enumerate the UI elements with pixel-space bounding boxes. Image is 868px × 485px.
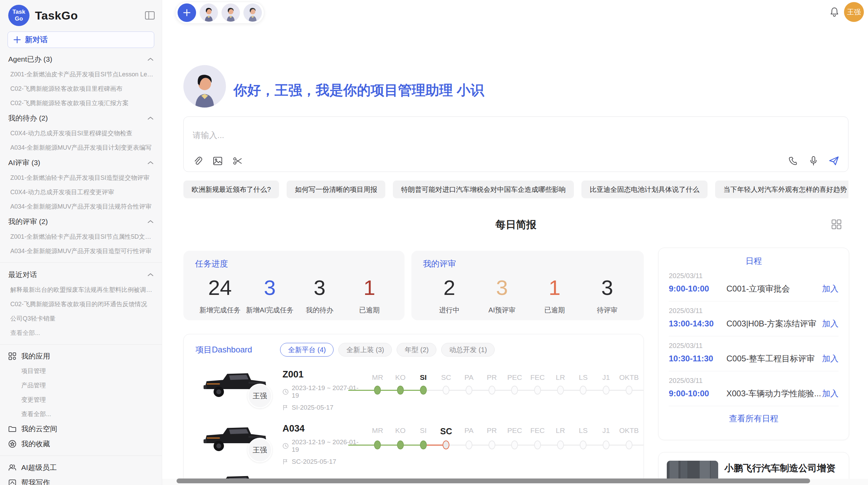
milestone-dot: [534, 440, 541, 449]
sidebar-item-cloud-space[interactable]: 我的云空间: [0, 421, 162, 436]
sidebar-item-my-apps[interactable]: 我的应用: [0, 349, 162, 364]
milestone-label: PEC: [507, 373, 522, 381]
microphone-icon[interactable]: [808, 156, 819, 166]
section-agent-done[interactable]: Agent已办 (3): [0, 51, 162, 67]
tab-new-platform[interactable]: 全新平台 (4): [280, 343, 334, 357]
event-time: 10:30-11:30: [669, 354, 726, 363]
recent-view-all[interactable]: 查看全部...: [0, 326, 162, 340]
chevron-up-icon: [147, 58, 154, 61]
new-chat-button[interactable]: 新对话: [8, 32, 154, 48]
section-title: 最近对话: [8, 270, 37, 279]
apps-view-all[interactable]: 查看全部...: [0, 407, 162, 421]
section-recent-chats[interactable]: 最近对话: [0, 267, 162, 283]
paperclip-icon[interactable]: [193, 156, 203, 166]
recent-chat-item[interactable]: C02-飞腾新能源轻客改款项目的闭环通告反馈情况: [0, 297, 162, 311]
suggestion-chip[interactable]: 比亚迪全固态电池计划具体说了什么: [581, 181, 708, 198]
sidebar-item[interactable]: A034-全新新能源MUV产品开发项目计划变更表编写: [0, 140, 162, 155]
project-row-a034[interactable]: 王强 A034 2023-12-19 ~ 2026-01-19 SC-2025-…: [184, 411, 643, 465]
sidebar-item[interactable]: Z001-全新燃油皮卡产品开发项目SI节点Lesson Learn报告: [0, 67, 162, 82]
schedule-card: 日程 2025/03/11 9:00-10:00 C001-立项审批会 加入 2…: [658, 248, 849, 440]
scissors-icon[interactable]: [232, 156, 243, 166]
input-send-tools: [788, 156, 839, 166]
plus-icon: [183, 9, 191, 17]
recent-chat-item[interactable]: 解释最新出台的欧盟报废车法规再生塑料比例被调至15%...: [0, 283, 162, 297]
chat-input[interactable]: [193, 126, 741, 145]
notification-bell-icon[interactable]: [829, 7, 840, 18]
milestone-dot: [511, 440, 518, 449]
session-avatar-2[interactable]: [221, 3, 240, 22]
stat-overdue: 1 已逾期: [345, 272, 394, 315]
milestone-label: FEC: [530, 426, 545, 434]
recent-chat-item[interactable]: 公司Q3轻卡销量: [0, 311, 162, 326]
milestone-label: MR: [372, 426, 383, 434]
stat-value: 3: [295, 272, 345, 303]
apps-grid-icon: [8, 352, 16, 360]
sidebar-item-change-mgmt[interactable]: 变更管理: [0, 393, 162, 407]
project-period: 2023-12-19 ~ 2027-01-19: [282, 384, 364, 399]
suggestion-chip[interactable]: 当下年轻人对汽车外观有怎样的喜好趋势: [715, 181, 848, 198]
section-my-todo[interactable]: 我的待办 (2): [0, 110, 162, 126]
phone-call-icon[interactable]: [788, 156, 798, 166]
suggestion-chip[interactable]: 特朗普可能对进口汽车增税会对中国车企造成哪些影响: [393, 181, 574, 198]
milestone-dot: [374, 440, 381, 449]
stat-value: 1: [528, 272, 581, 303]
join-button[interactable]: 加入: [822, 318, 839, 329]
sidebar-item[interactable]: C0X4-动力总成开发项目SI里程碑提交物检查: [0, 126, 162, 140]
sidebar-item[interactable]: A034-全新新能源MUV产品开发项目造型可行性评审: [0, 244, 162, 258]
event-name: C003|H0B-方案冻结评审: [726, 318, 822, 329]
divider: [0, 262, 162, 263]
sidebar-item-favorites[interactable]: 我的收藏: [0, 436, 162, 451]
add-session-button[interactable]: [178, 3, 196, 22]
project-period: 2023-12-19 ~ 2026-01-19: [282, 438, 364, 453]
sidebar-item[interactable]: Z001-全新燃油轻卡产品开发项目SI造型提交物评审: [0, 171, 162, 185]
tab-year-model[interactable]: 年型 (2): [397, 343, 436, 357]
divider: [0, 344, 162, 345]
join-button[interactable]: 加入: [822, 353, 839, 364]
sidebar-collapse-icon[interactable]: [145, 10, 155, 21]
milestone-label: FEC: [530, 373, 545, 381]
horizontal-scrollbar[interactable]: [177, 478, 810, 483]
project-row-z001[interactable]: 王强 Z001 2023-12-19 ~ 2027-01-19 SI-2025-…: [184, 357, 643, 411]
join-button[interactable]: 加入: [822, 388, 839, 399]
sidebar-item[interactable]: A034-全新新能源MUV产品开发项目法规符合性评审: [0, 199, 162, 214]
milestone-dot: [420, 440, 427, 449]
sidebar-item[interactable]: Z001-全新燃油轻卡产品开发项目SI节点属性5D文件评审: [0, 229, 162, 244]
owner-name: 王强: [253, 445, 267, 455]
event-date: 2025/03/11: [669, 377, 839, 385]
section-my-review[interactable]: 我的评审 (2): [0, 214, 162, 229]
plus-icon: [13, 36, 21, 43]
sidebar-item[interactable]: C0X4-动力总成开发项目工程变更评审: [0, 185, 162, 199]
sidebar-item[interactable]: C02-飞腾新能源轻客改款项目里程碑画布: [0, 82, 162, 96]
tab-new-body[interactable]: 全新上装 (3): [338, 343, 392, 357]
join-button[interactable]: 加入: [822, 283, 839, 294]
tab-powertrain[interactable]: 动总开发 (1): [441, 343, 495, 357]
view-all-schedule-link[interactable]: 查看所有日程: [669, 406, 839, 431]
session-avatar-3[interactable]: [243, 3, 262, 22]
my-apps-label: 我的应用: [21, 351, 50, 361]
session-avatar-1[interactable]: [200, 3, 218, 22]
milestone-dot: [603, 386, 610, 395]
send-icon[interactable]: [829, 156, 839, 166]
new-chat-label: 新对话: [25, 35, 48, 45]
logo-line-2: Go: [15, 15, 23, 22]
chevron-up-icon: [147, 220, 154, 223]
assistant-avatar: [183, 65, 226, 108]
sidebar-item-project-mgmt[interactable]: 项目管理: [0, 364, 162, 378]
layout-grid-icon[interactable]: [831, 219, 842, 229]
user-avatar[interactable]: 王强: [844, 2, 864, 22]
logo-row: Task Go TaskGo: [0, 4, 162, 27]
milestone-dot: [443, 386, 449, 395]
image-icon[interactable]: [213, 156, 223, 166]
sidebar-item-ai-staff[interactable]: AI超级员工: [0, 460, 162, 475]
event-name: C005-整车工程目标评审: [726, 353, 822, 364]
milestone-dot: [466, 386, 472, 395]
section-ai-review[interactable]: AI评审 (3): [0, 155, 162, 171]
milestone-label-current: SC: [440, 426, 452, 436]
sidebar-item-product-mgmt[interactable]: 产品管理: [0, 378, 162, 393]
sidebar-item[interactable]: C02-飞腾新能源轻客改款项目立项汇报方案: [0, 96, 162, 110]
folder-icon: [8, 425, 16, 433]
suggestion-chip[interactable]: 欧洲新规最近颁布了什么?: [183, 181, 279, 198]
suggestion-chip[interactable]: 如何写一份清晰的项目周报: [287, 181, 385, 198]
stat-value: 3: [581, 272, 634, 303]
sidebar-item-help-write[interactable]: 帮我写作: [0, 475, 162, 485]
